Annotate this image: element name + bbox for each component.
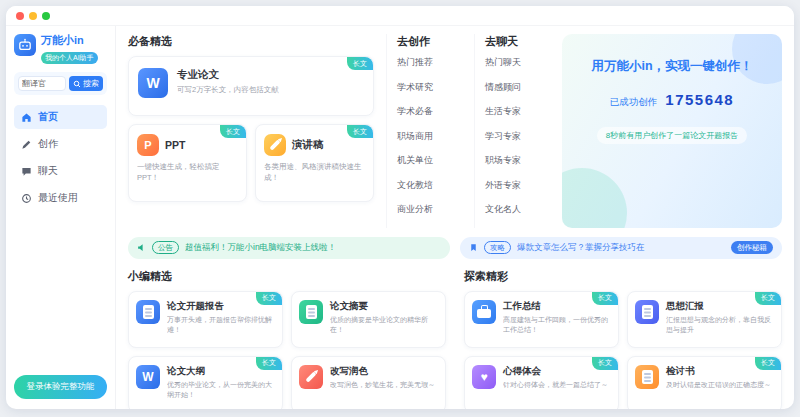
promo-headline: 用万能小in，实现一键创作！ — [572, 58, 772, 75]
notice-badge: 攻略 — [484, 241, 511, 254]
document-icon — [136, 300, 160, 324]
window-minimize-button[interactable] — [29, 12, 37, 20]
promo-ticker: 8秒前有用户创作了一篇论文开题报告 — [597, 127, 747, 144]
create-category-item[interactable]: 商业分析 — [397, 203, 462, 216]
column-go-create: 去创作 热门推荐 学术研究 学术必备 职场商用 机关单位 文化教培 商业分析 — [386, 34, 462, 228]
card-title: PPT — [165, 139, 185, 151]
pen-shape-icon — [269, 139, 280, 150]
long-text-badge: 长文 — [220, 125, 246, 138]
chat-category-item[interactable]: 学习专家 — [485, 130, 550, 143]
notice-row: 公告 超值福利！万能小in电脑端安装上线啦！ 攻略 爆款文章怎么写？掌握分享技巧… — [128, 237, 782, 259]
card-title: 检讨书 — [666, 365, 771, 378]
notice-announcement[interactable]: 公告 超值福利！万能小in电脑端安装上线啦！ — [128, 237, 450, 259]
long-text-badge: 长文 — [592, 357, 618, 370]
card-thesis-proposal[interactable]: 长文 论文开题报告 万事开头难，开题报告帮你排忧解难！ — [128, 291, 283, 348]
essentials-small-cards: 长文 P PPT 一键快速生成，轻松搞定PPT！ 长文 — [128, 124, 374, 202]
sidebar-item-label: 最近使用 — [38, 191, 78, 205]
card-self-review-letter[interactable]: 长文 检讨书 及时认错是改正错误的正确态度～ — [627, 356, 782, 410]
briefcase-icon — [472, 300, 496, 324]
card-paper-outline[interactable]: 长文 W 论文大纲 优秀的毕业论文，从一份完美的大纲开始！ — [128, 356, 283, 410]
chat-category-item[interactable]: 文化名人 — [485, 203, 550, 216]
long-text-badge: 长文 — [347, 125, 373, 138]
document-icon — [635, 300, 659, 324]
long-text-badge: 长文 — [755, 292, 781, 305]
long-text-badge: 长文 — [256, 292, 282, 305]
card-title: 改写润色 — [330, 365, 435, 378]
promo-panel: 用万能小in，实现一键创作！ 已成功创作 1755648 8秒前有用户创作了一篇… — [562, 34, 782, 228]
card-desc: 及时认错是改正错误的正确态度～ — [666, 380, 771, 390]
document-icon — [635, 365, 659, 389]
sidebar-nav: 首页 创作 聊天 — [14, 105, 107, 210]
app-logo[interactable]: 万能小in 我的个人AI助手 — [14, 34, 107, 64]
search-button[interactable]: 搜索 — [69, 76, 103, 91]
word-doc-icon: W — [136, 365, 160, 389]
create-category-item[interactable]: 热门推荐 — [397, 56, 462, 69]
chat-category-item[interactable]: 情感顾问 — [485, 81, 550, 94]
search-input[interactable] — [18, 76, 66, 91]
long-text-badge: 长文 — [256, 357, 282, 370]
card-insight-reflection[interactable]: 长文 ♥ 心得体会 针对心得体会，就差一篇总结了～ — [464, 356, 619, 410]
section-editor-picks: 小编精选 长文 论文开题报告 万事开头难，开题报告帮你排忧解难！ — [128, 269, 446, 410]
card-desc: 可写2万字长文，内容包括文献 — [177, 85, 279, 96]
sidebar-item-chat[interactable]: 聊天 — [14, 159, 107, 183]
sidebar: 万能小in 我的个人AI助手 搜索 — [6, 26, 116, 409]
card-professional-paper[interactable]: 长文 W 专业论文 可写2万字长文，内容包括文献 — [128, 56, 374, 116]
section-title-editor-picks: 小编精选 — [128, 269, 446, 284]
card-ppt[interactable]: 长文 P PPT 一键快速生成，轻松搞定PPT！ — [128, 124, 247, 202]
card-desc: 万事开头难，开题报告帮你排忧解难！ — [167, 315, 275, 335]
column-go-chat: 去聊天 热门聊天 情感顾问 生活专家 学习专家 职场专家 外语专家 文化名人 — [474, 34, 550, 228]
card-desc: 各类用途、风格演讲稿快速生成！ — [264, 162, 365, 183]
sidebar-item-recent[interactable]: 最近使用 — [14, 186, 107, 210]
notice-text: 超值福利！万能小in电脑端安装上线啦！ — [185, 242, 336, 254]
create-category-item[interactable]: 机关单位 — [397, 154, 462, 167]
long-text-badge: 长文 — [592, 292, 618, 305]
card-title: 演讲稿 — [292, 138, 324, 152]
main-content: 必备精选 长文 W 专业论文 可写2万字长文，内容包括文献 长文 — [116, 26, 794, 409]
login-button[interactable]: 登录体验完整功能 — [14, 375, 107, 399]
pencil-icon — [21, 139, 32, 150]
promo-stats: 已成功创作 1755648 — [572, 91, 772, 109]
section-essentials: 必备精选 长文 W 专业论文 可写2万字长文，内容包括文献 长文 — [128, 34, 374, 228]
card-speech-draft[interactable]: 长文 演讲稿 各类用途、风格演讲稿快速生成！ — [255, 124, 374, 202]
notice-badge: 公告 — [152, 241, 179, 254]
app-logo-icon — [14, 34, 36, 56]
card-desc: 改写润色，妙笔生花，完美无瑕～ — [330, 380, 435, 390]
chat-category-item[interactable]: 热门聊天 — [485, 56, 550, 69]
card-thought-report[interactable]: 长文 思想汇报 汇报思想与观念的分析，靠自我反思与提升 — [627, 291, 782, 348]
window-titlebar — [6, 6, 794, 26]
app-window: 万能小in 我的个人AI助手 搜索 — [6, 6, 794, 409]
search-button-label: 搜索 — [83, 78, 99, 89]
promo-stat-label: 已成功创作 — [610, 96, 658, 109]
chat-bubble-icon — [21, 166, 32, 177]
megaphone-icon — [137, 243, 146, 252]
create-category-item[interactable]: 学术研究 — [397, 81, 462, 94]
chat-category-item[interactable]: 职场专家 — [485, 154, 550, 167]
long-text-badge: 长文 — [347, 57, 373, 70]
pen-icon — [299, 365, 323, 389]
desktop-background: 万能小in 我的个人AI助手 搜索 — [0, 0, 800, 417]
card-title: 专业论文 — [177, 68, 279, 82]
ppt-icon: P — [137, 134, 159, 156]
window-close-button[interactable] — [16, 12, 24, 20]
top-row: 必备精选 长文 W 专业论文 可写2万字长文，内容包括文献 长文 — [128, 34, 782, 228]
create-category-item[interactable]: 职场商用 — [397, 130, 462, 143]
create-category-item[interactable]: 文化教培 — [397, 179, 462, 192]
card-desc: 一键快速生成，轻松搞定PPT！ — [137, 162, 238, 183]
card-desc: 针对心得体会，就差一篇总结了～ — [503, 380, 608, 390]
create-category-item[interactable]: 学术必备 — [397, 105, 462, 118]
chat-category-item[interactable]: 生活专家 — [485, 105, 550, 118]
notice-tag[interactable]: 创作秘籍 — [731, 241, 773, 254]
window-zoom-button[interactable] — [42, 12, 50, 20]
notice-guide[interactable]: 攻略 爆款文章怎么写？掌握分享技巧在 创作秘籍 — [460, 237, 782, 259]
pencil-tile-icon — [264, 134, 286, 156]
notice-text: 爆款文章怎么写？掌握分享技巧在 — [517, 242, 645, 254]
card-work-summary[interactable]: 长文 工作总结 高屋建瓴与工作回顾，一份优秀的工作总结！ — [464, 291, 619, 348]
card-paper-abstract[interactable]: 论文摘要 优质的摘要是毕业论文的精华所在！ — [291, 291, 446, 348]
sidebar-item-home[interactable]: 首页 — [14, 105, 107, 129]
bottom-row: 小编精选 长文 论文开题报告 万事开头难，开题报告帮你排忧解难！ — [128, 269, 782, 410]
chat-category-item[interactable]: 外语专家 — [485, 179, 550, 192]
card-rewrite-polish[interactable]: 改写润色 改写润色，妙笔生花，完美无瑕～ — [291, 356, 446, 410]
sidebar-item-create[interactable]: 创作 — [14, 132, 107, 156]
app-title: 万能小in — [41, 34, 98, 46]
card-title: 论文摘要 — [330, 300, 438, 313]
